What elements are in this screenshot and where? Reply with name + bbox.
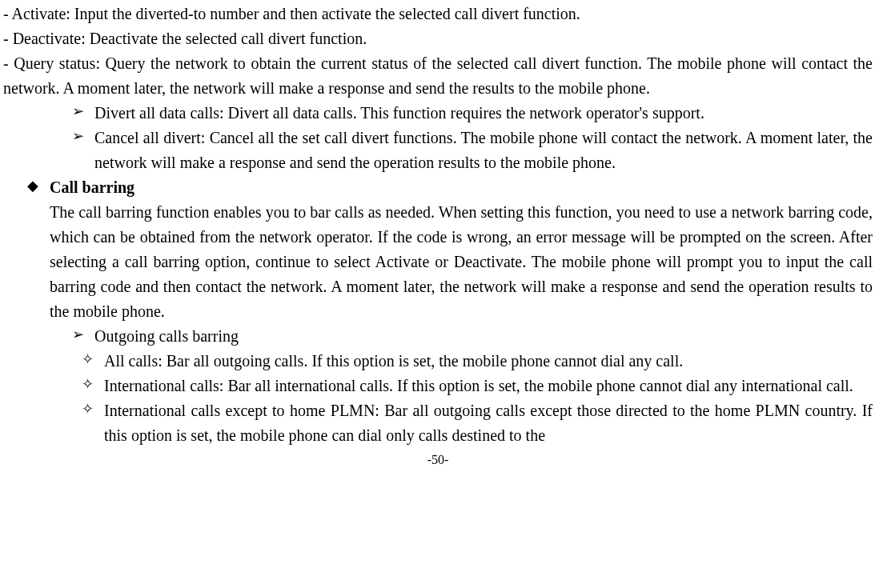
diamond-open-icon: ✧	[82, 349, 104, 374]
diamond-solid-icon: ◆	[27, 175, 50, 200]
chevron-icon: ➢	[72, 324, 94, 349]
outgoing-all-calls: All calls: Bar all outgoing calls. If th…	[104, 349, 873, 374]
activate-line: - Activate: Input the diverted-to number…	[3, 2, 873, 26]
chevron-icon: ➢	[72, 101, 94, 126]
page-number: -50-	[3, 453, 873, 467]
divert-all-data-calls: Divert all data calls: Divert all data c…	[94, 101, 873, 126]
outgoing-intl-except-home: International calls except to home PLMN:…	[104, 398, 873, 448]
call-barring-title: Call barring	[50, 175, 873, 200]
cancel-all-divert: Cancel all divert: Cancel all the set ca…	[94, 126, 873, 175]
diamond-open-icon: ✧	[82, 374, 104, 398]
diamond-open-icon: ✧	[82, 398, 104, 448]
call-barring-body: The call barring function enables you to…	[50, 200, 873, 324]
deactivate-line: - Deactivate: Deactivate the selected ca…	[3, 26, 873, 51]
chevron-icon: ➢	[72, 126, 94, 175]
outgoing-international-calls: International calls: Bar all internation…	[104, 374, 873, 398]
outgoing-calls-barring-header: Outgoing calls barring	[94, 324, 873, 349]
query-status-line: - Query status: Query the network to obt…	[3, 51, 873, 101]
